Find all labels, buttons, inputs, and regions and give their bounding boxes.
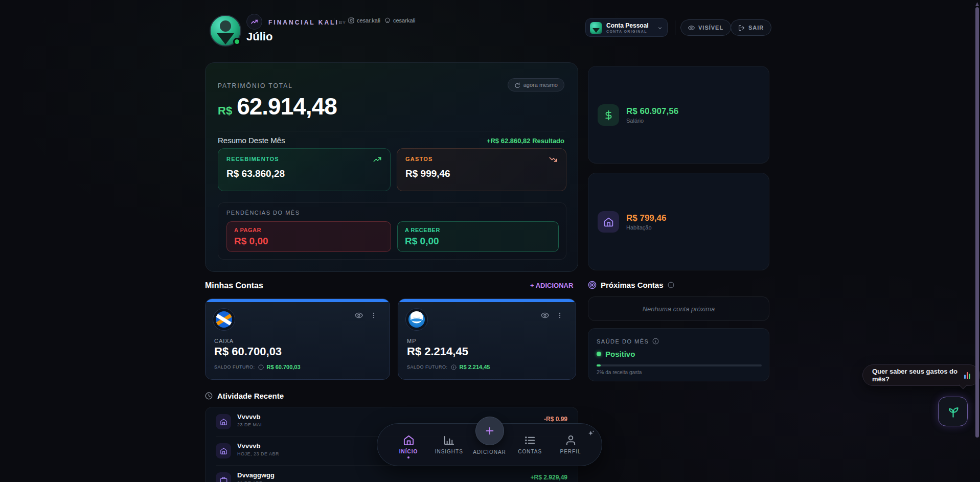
patrimony-value: 62.914,48 xyxy=(237,93,337,120)
account-avatar xyxy=(590,22,602,34)
briefcase-icon xyxy=(216,472,231,482)
github-icon xyxy=(384,17,391,24)
by-label: BY xyxy=(339,20,346,25)
online-status-dot xyxy=(233,38,241,45)
upcoming-bills-header: Próximas Contas xyxy=(588,281,674,289)
assistant-floating-button[interactable] xyxy=(938,397,968,426)
to-pay-value: R$ 0,00 xyxy=(234,236,268,247)
sprout-icon xyxy=(946,405,960,419)
eye-icon[interactable] xyxy=(355,311,363,319)
nav-item-adicionar[interactable]: ADICIONAR xyxy=(472,424,508,455)
target-icon xyxy=(588,281,597,289)
future-balance-value: R$ 2.214,45 xyxy=(460,364,490,370)
future-balance-value: R$ 60.700,03 xyxy=(267,364,301,370)
scrollbar-up-arrow[interactable] xyxy=(975,2,979,6)
account-title: Conta Pessoal xyxy=(606,22,649,29)
activity-name: Dvvaggwgg xyxy=(237,471,275,479)
nav-item-perfil[interactable]: PERFIL xyxy=(553,424,588,454)
activity-date: HOJE, 23 DE ABR xyxy=(237,451,279,456)
status-dot xyxy=(597,352,601,356)
handle-separator: · xyxy=(379,18,381,25)
income-card[interactable]: RECEBIMENTOS R$ 63.860,28 xyxy=(218,148,391,191)
health-progress-bar xyxy=(597,364,762,366)
account-name: CAIXA xyxy=(214,338,234,344)
sparkles-icon[interactable] xyxy=(586,429,595,438)
expenses-card[interactable]: GASTOS R$ 999,46 xyxy=(397,148,566,191)
info-icon[interactable] xyxy=(668,282,674,288)
month-health-card: SAÚDE DO MÊS Positivo 2% da receita gast… xyxy=(588,328,769,381)
account-balance: R$ 2.214,45 xyxy=(407,345,468,358)
info-icon[interactable] xyxy=(451,364,457,370)
nav-label: INSIGHTS xyxy=(435,449,463,454)
month-result-value: +R$ 62.860,82 Resultado xyxy=(487,137,564,145)
health-label: SAÚDE DO MÊS xyxy=(597,338,649,345)
nav-label: ADICIONAR xyxy=(473,449,506,455)
page-user-name: Júlio xyxy=(246,30,272,43)
add-transaction-button[interactable] xyxy=(475,417,504,445)
account-color-bar xyxy=(206,299,390,302)
github-link[interactable]: cesarkali xyxy=(384,17,415,24)
info-icon[interactable] xyxy=(652,338,659,345)
upcoming-empty-state: Nenhuma conta próxima xyxy=(588,296,769,321)
pending-label: PENDÊNCIAS DO MÊS xyxy=(226,210,300,216)
account-card-mp[interactable]: MP R$ 2.214,45 SALDO FUTURO: R$ 2.214,45 xyxy=(398,299,576,380)
empty-state-text: Nenhuma conta próxima xyxy=(643,305,715,313)
category-label: Habitação xyxy=(626,224,652,231)
refresh-icon xyxy=(514,82,520,88)
house-icon xyxy=(598,211,619,233)
activity-value: -R$ 0.99 xyxy=(544,416,567,423)
nav-item-contas[interactable]: CONTAS xyxy=(512,424,548,454)
plus-icon xyxy=(484,425,495,437)
app-dashboard: FINANCIAL KALI BY cesar.kali · cesarkali… xyxy=(0,0,980,482)
more-vertical-icon[interactable] xyxy=(370,311,377,319)
health-status: Positivo xyxy=(597,350,635,358)
health-progress-fill xyxy=(597,364,601,366)
to-receive-label: A RECEBER xyxy=(405,227,440,233)
chevron-down-icon xyxy=(657,26,663,31)
month-summary-title: Resumo Deste Mês xyxy=(218,136,285,145)
activity-row[interactable]: Dvvaggwgg 21 DE ABR +R$ 2.929,49 xyxy=(206,466,578,482)
logout-button[interactable]: SAIR xyxy=(731,19,771,36)
scrollbar-thumb[interactable] xyxy=(975,7,979,438)
card-divider xyxy=(218,131,565,131)
instagram-link[interactable]: cesar.kali xyxy=(348,17,380,24)
trending-up-icon xyxy=(373,155,382,164)
nav-item-insights[interactable]: INSIGHTS xyxy=(431,424,467,454)
header-vertical-divider xyxy=(675,20,675,35)
info-icon[interactable] xyxy=(258,364,264,370)
account-name: MP xyxy=(407,338,417,344)
assistant-chat-bubble[interactable]: Quer saber seus gastos do mês? xyxy=(862,364,980,386)
eye-icon[interactable] xyxy=(541,311,549,319)
instagram-icon xyxy=(348,17,354,24)
refresh-badge[interactable]: agora mesmo xyxy=(508,78,564,91)
account-switcher[interactable]: Conta Pessoal CONTA ORIGINAL xyxy=(585,18,668,37)
patrimony-value-row: R$ 62.914,48 xyxy=(218,93,337,120)
eye-icon xyxy=(688,25,695,31)
dollar-icon xyxy=(598,104,619,126)
my-accounts-title: Minhas Contas xyxy=(205,281,263,290)
activity-date: 23 DE MAI xyxy=(237,422,262,427)
nav-label: CONTAS xyxy=(518,449,542,454)
account-card-caixa[interactable]: CAIXA R$ 60.700,03 SALDO FUTURO: R$ 60.7… xyxy=(205,299,390,380)
health-label-row: SAÚDE DO MÊS xyxy=(597,338,659,345)
nav-item-inicio[interactable]: INÍCIO xyxy=(391,424,426,458)
activity-name: Vvvvvb xyxy=(237,413,261,421)
category-card-salario[interactable]: R$ 60.907,56 Salário xyxy=(588,66,769,164)
more-vertical-icon[interactable] xyxy=(556,311,563,319)
category-value: R$ 799,46 xyxy=(626,213,666,223)
account-subtitle: CONTA ORIGINAL xyxy=(606,30,647,33)
to-receive-card[interactable]: A RECEBER R$ 0,00 xyxy=(397,221,559,252)
patrimony-card: PATRIMÔNIO TOTAL agora mesmo R$ 62.914,4… xyxy=(205,62,578,272)
category-card-habitacao[interactable]: R$ 799,46 Habitação xyxy=(588,173,769,270)
nav-label: INÍCIO xyxy=(399,449,418,454)
visibility-toggle-button[interactable]: VISÍVEL xyxy=(680,19,731,36)
pending-box: PENDÊNCIAS DO MÊS A PAGAR R$ 0,00 A RECE… xyxy=(218,202,566,260)
instagram-handle: cesar.kali xyxy=(357,17,380,24)
to-pay-card[interactable]: A PAGAR R$ 0,00 xyxy=(226,221,391,252)
category-label: Salário xyxy=(626,118,644,124)
future-balance-row: SALDO FUTURO: R$ 2.214,45 xyxy=(407,364,490,370)
health-caption: 2% da receita gasta xyxy=(597,370,642,375)
to-pay-label: A PAGAR xyxy=(234,227,261,233)
activity-name: Vvvvvb xyxy=(237,442,261,450)
add-account-button[interactable]: + ADICIONAR xyxy=(530,282,573,289)
